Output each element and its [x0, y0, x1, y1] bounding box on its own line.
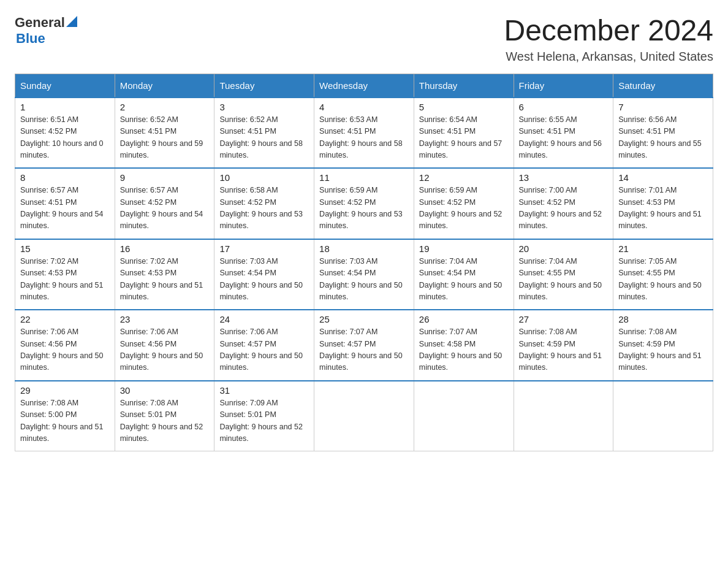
calendar-empty-cell [414, 381, 514, 451]
day-info: Sunrise: 7:06 AMSunset: 4:56 PMDaylight:… [120, 326, 210, 374]
calendar-day-31: 31 Sunrise: 7:09 AMSunset: 5:01 PMDaylig… [214, 381, 314, 451]
day-number: 29 [20, 385, 110, 396]
calendar-day-2: 2 Sunrise: 6:52 AMSunset: 4:51 PMDayligh… [115, 98, 214, 169]
day-number: 1 [20, 102, 110, 112]
day-number: 25 [319, 314, 409, 324]
day-info: Sunrise: 6:59 AMSunset: 4:52 PMDaylight:… [419, 185, 509, 232]
calendar-day-27: 27 Sunrise: 7:08 AMSunset: 4:59 PMDaylig… [514, 310, 613, 381]
calendar-header-sunday: Sunday [15, 74, 115, 98]
day-number: 31 [219, 385, 309, 396]
calendar-day-29: 29 Sunrise: 7:08 AMSunset: 5:00 PMDaylig… [15, 381, 115, 451]
calendar-header-tuesday: Tuesday [214, 74, 314, 98]
day-info: Sunrise: 7:01 AMSunset: 4:53 PMDaylight:… [618, 185, 708, 232]
calendar-empty-cell [613, 381, 713, 451]
day-number: 27 [519, 314, 609, 324]
logo: General Blue [15, 15, 77, 47]
day-info: Sunrise: 7:08 AMSunset: 5:00 PMDaylight:… [20, 397, 110, 445]
svg-marker-0 [66, 16, 77, 27]
day-number: 20 [519, 243, 609, 254]
logo-general-text: General [15, 15, 65, 31]
calendar-empty-cell [314, 381, 414, 451]
day-number: 19 [419, 243, 509, 254]
day-number: 13 [519, 172, 609, 183]
sub-title: West Helena, Arkansas, United States [504, 50, 713, 64]
calendar-day-25: 25 Sunrise: 7:07 AMSunset: 4:57 PMDaylig… [314, 310, 414, 381]
day-number: 24 [219, 314, 309, 324]
day-info: Sunrise: 6:52 AMSunset: 4:51 PMDaylight:… [120, 114, 210, 162]
calendar-day-9: 9 Sunrise: 6:57 AMSunset: 4:52 PMDayligh… [115, 168, 214, 239]
day-number: 8 [20, 172, 110, 183]
day-number: 22 [20, 314, 110, 324]
calendar-day-30: 30 Sunrise: 7:08 AMSunset: 5:01 PMDaylig… [115, 381, 214, 451]
day-number: 12 [419, 172, 509, 183]
calendar-day-15: 15 Sunrise: 7:02 AMSunset: 4:53 PMDaylig… [15, 239, 115, 310]
calendar-day-23: 23 Sunrise: 7:06 AMSunset: 4:56 PMDaylig… [115, 310, 214, 381]
calendar-week-4: 22 Sunrise: 7:06 AMSunset: 4:56 PMDaylig… [15, 310, 713, 381]
calendar-day-8: 8 Sunrise: 6:57 AMSunset: 4:51 PMDayligh… [15, 168, 115, 239]
calendar-header-monday: Monday [115, 74, 214, 98]
day-info: Sunrise: 6:52 AMSunset: 4:51 PMDaylight:… [219, 114, 309, 162]
calendar-header-row: SundayMondayTuesdayWednesdayThursdayFrid… [15, 74, 713, 98]
calendar-day-4: 4 Sunrise: 6:53 AMSunset: 4:51 PMDayligh… [314, 98, 414, 169]
main-title: December 2024 [504, 15, 713, 47]
calendar-day-5: 5 Sunrise: 6:54 AMSunset: 4:51 PMDayligh… [414, 98, 514, 169]
day-info: Sunrise: 7:06 AMSunset: 4:56 PMDaylight:… [20, 326, 110, 374]
day-info: Sunrise: 6:54 AMSunset: 4:51 PMDaylight:… [419, 114, 509, 162]
title-block: December 2024 West Helena, Arkansas, Uni… [504, 15, 713, 64]
day-info: Sunrise: 7:08 AMSunset: 4:59 PMDaylight:… [519, 326, 609, 374]
day-number: 6 [519, 102, 609, 112]
calendar-week-3: 15 Sunrise: 7:02 AMSunset: 4:53 PMDaylig… [15, 239, 713, 310]
day-info: Sunrise: 7:02 AMSunset: 4:53 PMDaylight:… [120, 256, 210, 304]
day-number: 17 [219, 243, 309, 254]
day-info: Sunrise: 6:51 AMSunset: 4:52 PMDaylight:… [20, 114, 110, 162]
day-number: 15 [20, 243, 110, 254]
calendar-day-19: 19 Sunrise: 7:04 AMSunset: 4:54 PMDaylig… [414, 239, 514, 310]
day-info: Sunrise: 7:07 AMSunset: 4:57 PMDaylight:… [319, 326, 409, 374]
day-info: Sunrise: 7:05 AMSunset: 4:55 PMDaylight:… [618, 256, 708, 304]
calendar-day-26: 26 Sunrise: 7:07 AMSunset: 4:58 PMDaylig… [414, 310, 514, 381]
calendar-day-22: 22 Sunrise: 7:06 AMSunset: 4:56 PMDaylig… [15, 310, 115, 381]
day-number: 4 [319, 102, 409, 112]
day-info: Sunrise: 6:59 AMSunset: 4:52 PMDaylight:… [319, 185, 409, 232]
day-info: Sunrise: 6:57 AMSunset: 4:52 PMDaylight:… [120, 185, 210, 232]
day-number: 26 [419, 314, 509, 324]
day-number: 30 [120, 385, 210, 396]
calendar-day-20: 20 Sunrise: 7:04 AMSunset: 4:55 PMDaylig… [514, 239, 613, 310]
calendar-table: SundayMondayTuesdayWednesdayThursdayFrid… [15, 74, 713, 452]
calendar-day-17: 17 Sunrise: 7:03 AMSunset: 4:54 PMDaylig… [214, 239, 314, 310]
day-number: 3 [219, 102, 309, 112]
day-number: 16 [120, 243, 210, 254]
day-info: Sunrise: 6:58 AMSunset: 4:52 PMDaylight:… [219, 185, 309, 232]
day-number: 23 [120, 314, 210, 324]
day-info: Sunrise: 7:06 AMSunset: 4:57 PMDaylight:… [219, 326, 309, 374]
logo-triangle-icon [66, 16, 77, 27]
calendar-day-21: 21 Sunrise: 7:05 AMSunset: 4:55 PMDaylig… [613, 239, 713, 310]
day-info: Sunrise: 7:03 AMSunset: 4:54 PMDaylight:… [319, 256, 409, 304]
calendar-day-3: 3 Sunrise: 6:52 AMSunset: 4:51 PMDayligh… [214, 98, 314, 169]
day-info: Sunrise: 6:56 AMSunset: 4:51 PMDaylight:… [618, 114, 708, 162]
day-info: Sunrise: 7:02 AMSunset: 4:53 PMDaylight:… [20, 256, 110, 304]
day-number: 28 [618, 314, 708, 324]
calendar-header-friday: Friday [514, 74, 613, 98]
calendar-day-12: 12 Sunrise: 6:59 AMSunset: 4:52 PMDaylig… [414, 168, 514, 239]
calendar-header-thursday: Thursday [414, 74, 514, 98]
day-info: Sunrise: 7:08 AMSunset: 4:59 PMDaylight:… [618, 326, 708, 374]
page-header: General Blue December 2024 West Helena, … [15, 15, 713, 64]
day-number: 5 [419, 102, 509, 112]
day-number: 14 [618, 172, 708, 183]
calendar-day-11: 11 Sunrise: 6:59 AMSunset: 4:52 PMDaylig… [314, 168, 414, 239]
calendar-week-5: 29 Sunrise: 7:08 AMSunset: 5:00 PMDaylig… [15, 381, 713, 451]
calendar-week-2: 8 Sunrise: 6:57 AMSunset: 4:51 PMDayligh… [15, 168, 713, 239]
calendar-day-6: 6 Sunrise: 6:55 AMSunset: 4:51 PMDayligh… [514, 98, 613, 169]
day-info: Sunrise: 6:57 AMSunset: 4:51 PMDaylight:… [20, 185, 110, 232]
day-info: Sunrise: 6:55 AMSunset: 4:51 PMDaylight:… [519, 114, 609, 162]
day-info: Sunrise: 7:08 AMSunset: 5:01 PMDaylight:… [120, 397, 210, 445]
calendar-day-1: 1 Sunrise: 6:51 AMSunset: 4:52 PMDayligh… [15, 98, 115, 169]
day-info: Sunrise: 6:53 AMSunset: 4:51 PMDaylight:… [319, 114, 409, 162]
day-info: Sunrise: 7:04 AMSunset: 4:55 PMDaylight:… [519, 256, 609, 304]
calendar-header-wednesday: Wednesday [314, 74, 414, 98]
calendar-day-28: 28 Sunrise: 7:08 AMSunset: 4:59 PMDaylig… [613, 310, 713, 381]
day-number: 10 [219, 172, 309, 183]
day-number: 21 [618, 243, 708, 254]
calendar-day-16: 16 Sunrise: 7:02 AMSunset: 4:53 PMDaylig… [115, 239, 214, 310]
